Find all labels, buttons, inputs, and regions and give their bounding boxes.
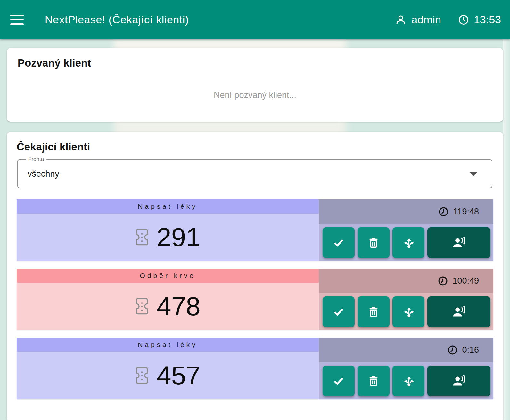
ticket-icon: [135, 229, 149, 246]
waiting-time-value: 119:48: [453, 207, 479, 217]
delete-button[interactable]: [358, 227, 390, 258]
queue-info: Odběr krve 478: [17, 269, 319, 330]
queue-info: Napsat léky 457: [17, 338, 319, 399]
confirm-button[interactable]: [323, 296, 355, 327]
user-label: admin: [411, 13, 441, 26]
queue-filter-select[interactable]: Fronta všechny: [17, 159, 492, 188]
queue-actions-panel: 119:48: [319, 199, 493, 261]
queue-actions-panel: 100:49: [319, 269, 493, 330]
confirm-button[interactable]: [323, 366, 355, 396]
ticket-number: 457: [157, 362, 201, 389]
record-voice-over-icon: [452, 235, 466, 250]
waiting-time: 0:16: [319, 338, 493, 362]
clock-label: 13:53: [474, 13, 501, 26]
ticket-number: 291: [157, 224, 201, 250]
ticket-number: 478: [157, 293, 201, 319]
timer-clock-icon: [447, 345, 458, 355]
waiting-time-value: 100:49: [452, 276, 479, 286]
trash-icon: [367, 375, 380, 387]
waiting-card-title: Čekající klienti: [17, 141, 493, 153]
move-queue-button[interactable]: [392, 366, 424, 396]
waiting-time-value: 0:16: [462, 345, 479, 355]
trash-icon: [367, 305, 380, 318]
app-title: NextPlease! (Čekající klienti): [45, 13, 189, 26]
check-icon: [332, 375, 345, 387]
chevron-down-icon: [470, 172, 477, 176]
waiting-time: 100:49: [319, 269, 493, 293]
queue-item-row: Napsat léky 291 119:48: [17, 199, 493, 261]
invited-card-title: Pozvaný klient: [18, 57, 492, 69]
queue-item-row: Napsat léky 457 0:16: [17, 338, 493, 399]
delete-button[interactable]: [358, 296, 390, 327]
call-client-button[interactable]: [427, 227, 490, 258]
waiting-clients-card: Čekající klienti Fronta všechny Napsat l…: [7, 132, 503, 420]
route-branch-icon: [402, 236, 415, 249]
ticket-icon: [135, 367, 149, 384]
queue-name: Odběr krve: [17, 269, 319, 283]
check-icon: [332, 236, 345, 249]
invited-empty-message: Není pozvaný klient...: [18, 90, 492, 100]
queue-name: Napsat léky: [17, 199, 319, 214]
invited-client-card: Pozvaný klient Není pozvaný klient...: [7, 48, 503, 122]
route-branch-icon: [402, 374, 415, 388]
queue-name: Napsat léky: [17, 338, 319, 352]
waiting-time: 119:48: [319, 199, 493, 224]
call-client-button[interactable]: [427, 296, 490, 327]
queue-filter-value: všechny: [18, 169, 59, 179]
timer-clock-icon: [438, 206, 449, 217]
delete-button[interactable]: [358, 366, 390, 396]
route-branch-icon: [402, 305, 415, 319]
queue-actions-panel: 0:16: [319, 338, 493, 399]
person-icon: [395, 14, 407, 26]
app-bar: NextPlease! (Čekající klienti) admin 13:…: [0, 0, 510, 39]
clock-display: 13:53: [458, 13, 501, 26]
confirm-button[interactable]: [323, 227, 355, 258]
move-queue-button[interactable]: [392, 296, 424, 327]
user-menu[interactable]: admin: [395, 13, 441, 26]
call-client-button[interactable]: [427, 366, 490, 396]
ticket-icon: [135, 298, 149, 315]
record-voice-over-icon: [452, 304, 466, 319]
queue-info: Napsat léky 291: [17, 199, 319, 261]
check-icon: [332, 305, 345, 318]
queue-filter-label: Fronta: [26, 156, 46, 163]
background-photo-edge: [503, 0, 510, 420]
menu-icon[interactable]: [10, 15, 24, 25]
record-voice-over-icon: [452, 374, 466, 388]
move-queue-button[interactable]: [392, 227, 424, 258]
clock-icon: [458, 14, 469, 26]
queue-item-row: Odběr krve 478 100:49: [17, 269, 493, 330]
trash-icon: [367, 236, 380, 249]
timer-clock-icon: [438, 276, 448, 286]
